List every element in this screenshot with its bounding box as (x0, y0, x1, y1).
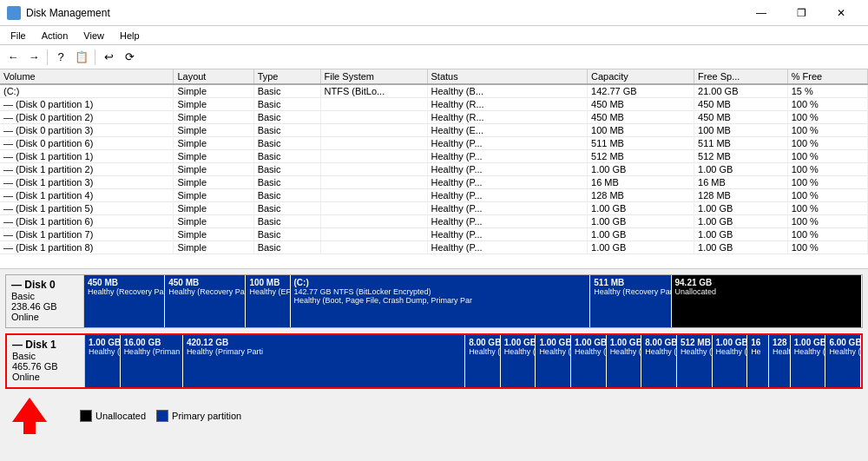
table-cell: Basic (253, 215, 320, 228)
table-cell: Basic (253, 241, 320, 254)
table-row[interactable]: — (Disk 1 partition 1)SimpleBasicHealthy… (0, 150, 868, 163)
back-button[interactable]: ← (3, 48, 23, 67)
table-cell: 1.00 GB (588, 202, 694, 215)
partition[interactable]: 511 MBHealthy (Recovery Parti... (590, 275, 671, 327)
col-header-filesystem[interactable]: File System (320, 69, 427, 84)
partition[interactable]: 1.00 GBHealthy (Pi (713, 335, 748, 387)
table-row[interactable]: — (Disk 0 partition 3)SimpleBasicHealthy… (0, 124, 868, 137)
table-row[interactable]: (C:)SimpleBasicNTFS (BitLo...Healthy (B.… (0, 84, 868, 98)
partition[interactable]: 1.00 GBHealthy (Pi... (791, 335, 826, 387)
partition[interactable]: 16.00 GBHealthy (Priman (121, 335, 183, 387)
partition[interactable]: 1.00 GBHealthy (Pi... (501, 335, 536, 387)
table-cell (320, 150, 427, 163)
col-header-volume[interactable]: Volume (0, 69, 174, 84)
partition[interactable]: 94.21 GBUnallocated (672, 275, 863, 327)
disk0-row[interactable]: — Disk 0 Basic 238.46 GB Online 450 MBHe… (5, 274, 863, 328)
table-cell (320, 98, 427, 111)
table-cell: — (Disk 1 partition 6) (0, 215, 174, 228)
menu-help[interactable]: Help (113, 29, 147, 43)
table-cell: 1.00 GB (588, 241, 694, 254)
table-row[interactable]: — (Disk 0 partition 1)SimpleBasicHealthy… (0, 98, 868, 111)
table-cell: Simple (174, 215, 253, 228)
table-cell: (C:) (0, 84, 174, 98)
menu-view[interactable]: View (76, 29, 111, 43)
table-cell: 1.00 GB (588, 215, 694, 228)
table-cell: 100 % (787, 228, 867, 241)
refresh-button[interactable]: ⟳ (120, 48, 139, 67)
app-icon (7, 6, 21, 20)
table-cell: 450 MB (694, 98, 788, 111)
table-cell: Healthy (R... (427, 98, 588, 111)
table-cell: Basic (253, 202, 320, 215)
minimize-button[interactable]: — (741, 0, 781, 26)
partition[interactable]: 1.00 GBHealthy (Pi... (571, 335, 607, 387)
window-controls[interactable]: — ❐ ✕ (741, 0, 861, 26)
col-header-freespace[interactable]: Free Sp... (694, 69, 788, 84)
partition[interactable]: (C:)142.77 GB NTFS (BitLocker Encrypted)… (291, 275, 591, 327)
table-cell: 1.00 GB (694, 215, 788, 228)
disk0-content: — Disk 0 Basic 238.46 GB Online 450 MBHe… (6, 275, 862, 327)
undo-button[interactable]: ↩ (99, 48, 118, 67)
partition[interactable]: 1.00 GBHealthy (Pi... (85, 335, 121, 387)
legend-unallocated: Unallocated (80, 410, 146, 422)
table-cell: 128 MB (694, 189, 788, 202)
table-row[interactable]: — (Disk 1 partition 5)SimpleBasicHealthy… (0, 202, 868, 215)
table-row[interactable]: — (Disk 0 partition 6)SimpleBasicHealthy… (0, 137, 868, 150)
table-cell: 100 % (787, 111, 867, 124)
partition[interactable]: 8.00 GBHealthy (Prima (465, 335, 501, 387)
table-cell: 100 % (787, 176, 867, 189)
partition[interactable]: 100 MBHealthy (EFI Syste (246, 275, 290, 327)
table-cell: — (Disk 0 partition 3) (0, 124, 174, 137)
partition[interactable]: 16He (747, 335, 769, 387)
table-cell: — (Disk 1 partition 1) (0, 150, 174, 163)
table-cell: 100 % (787, 137, 867, 150)
table-row[interactable]: — (Disk 0 partition 2)SimpleBasicHealthy… (0, 111, 868, 124)
menu-file[interactable]: File (3, 29, 33, 43)
col-header-type[interactable]: Type (253, 69, 320, 84)
partition[interactable]: 512 MBHealthy ( (677, 335, 713, 387)
table-row[interactable]: — (Disk 1 partition 6)SimpleBasicHealthy… (0, 215, 868, 228)
col-header-capacity[interactable]: Capacity (588, 69, 694, 84)
table-cell (320, 111, 427, 124)
arrow-indicator (12, 398, 47, 434)
partition[interactable]: 1.00 GBHealthy (Pi... (536, 335, 571, 387)
table-cell: Basic (253, 84, 320, 98)
table-cell: 512 MB (588, 150, 694, 163)
properties-button[interactable]: 📋 (72, 48, 91, 67)
table-row[interactable]: — (Disk 1 partition 3)SimpleBasicHealthy… (0, 176, 868, 189)
disk1-row[interactable]: — Disk 1 Basic 465.76 GB Online 1.00 GBH… (5, 333, 863, 389)
table-row[interactable]: — (Disk 1 partition 8)SimpleBasicHealthy… (0, 241, 868, 254)
close-button[interactable]: ✕ (821, 0, 861, 26)
table-cell: Simple (174, 98, 253, 111)
table-cell: 1.00 GB (588, 228, 694, 241)
table-cell: Simple (174, 189, 253, 202)
table-row[interactable]: — (Disk 1 partition 7)SimpleBasicHealthy… (0, 228, 868, 241)
partition[interactable]: 8.00 GBHealthy (Prima (641, 335, 677, 387)
col-header-status[interactable]: Status (427, 69, 588, 84)
menu-bar: File Action View Help (0, 26, 868, 45)
partition[interactable]: 1.00 GBHealthy (Pi... (607, 335, 642, 387)
partition[interactable]: 128 MHealth (769, 335, 791, 387)
table-cell: Healthy (P... (427, 241, 588, 254)
maximize-button[interactable]: ❐ (781, 0, 821, 26)
table-cell: Basic (253, 111, 320, 124)
table-cell: 21.00 GB (694, 84, 788, 98)
table-cell: 100 MB (694, 124, 788, 137)
table-row[interactable]: — (Disk 1 partition 2)SimpleBasicHealthy… (0, 163, 868, 176)
partition[interactable]: 6.00 GBHealthy (Primar (825, 335, 861, 387)
table-cell: 450 MB (694, 111, 788, 124)
partition[interactable]: 420.12 GBHealthy (Primary Parti (183, 335, 465, 387)
table-cell: Healthy (P... (427, 215, 588, 228)
partition[interactable]: 450 MBHealthy (Recovery Parti... (165, 275, 246, 327)
table-cell: Basic (253, 189, 320, 202)
table-row[interactable]: — (Disk 1 partition 4)SimpleBasicHealthy… (0, 189, 868, 202)
col-header-layout[interactable]: Layout (174, 69, 253, 84)
volume-table: Volume Layout Type File System Status Ca… (0, 69, 868, 254)
menu-action[interactable]: Action (35, 29, 76, 43)
table-cell (320, 137, 427, 150)
forward-button[interactable]: → (24, 48, 43, 67)
help-toolbar-button[interactable]: ? (51, 48, 70, 67)
volume-table-area[interactable]: Volume Layout Type File System Status Ca… (0, 69, 868, 269)
partition[interactable]: 450 MBHealthy (Recovery Parti... (84, 275, 165, 327)
col-header-pctfree[interactable]: % Free (787, 69, 867, 84)
